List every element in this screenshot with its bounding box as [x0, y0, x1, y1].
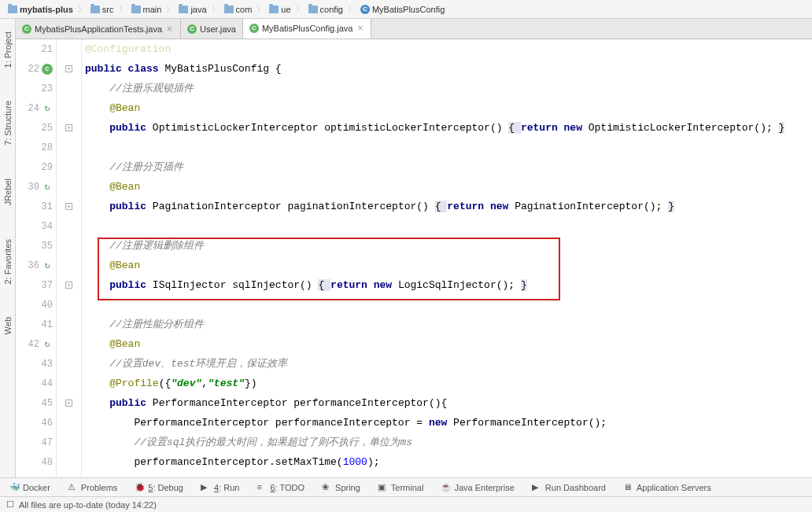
- comment: //注册性能分析组件: [85, 319, 204, 330]
- file-tab-config[interactable]: CMyBatisPlusConfig.java×: [243, 19, 372, 39]
- bean-gutter-icon: ↻: [42, 103, 53, 114]
- brace: {: [318, 279, 330, 291]
- bottom-tab-spring[interactable]: ❀Spring: [319, 481, 364, 494]
- fold-cell: [57, 452, 81, 472]
- fold-marker[interactable]: +: [65, 124, 72, 131]
- line-number[interactable]: 30↻: [16, 177, 56, 197]
- folder-icon: [8, 6, 17, 13]
- breadcrumb-item-class[interactable]: CMyBatisPlusConfig: [357, 3, 448, 16]
- breadcrumb-root[interactable]: mybatis-plus: [5, 3, 76, 16]
- string: "dev": [171, 378, 201, 389]
- fold-cell: [57, 98, 81, 118]
- line-number[interactable]: 23: [16, 79, 56, 98]
- line-number[interactable]: 41: [16, 315, 56, 334]
- line-number[interactable]: 47: [16, 433, 56, 452]
- line-number[interactable]: 21: [16, 39, 56, 59]
- server-icon: 🖥: [623, 482, 633, 492]
- line-number[interactable]: 46: [16, 413, 56, 433]
- breadcrumb-item-main[interactable]: main: [128, 3, 165, 16]
- folder-icon: [131, 6, 141, 13]
- code-text: ({: [159, 378, 172, 389]
- bottom-tab-run[interactable]: ▶4: Run: [197, 481, 242, 494]
- brace: }: [668, 201, 674, 212]
- bottom-tab-terminal[interactable]: ▣Terminal: [375, 481, 427, 494]
- line-number[interactable]: 37: [16, 275, 56, 295]
- close-icon[interactable]: ×: [356, 23, 364, 34]
- breadcrumb-item-config[interactable]: config: [305, 3, 346, 16]
- class-icon: C: [360, 5, 370, 14]
- line-number[interactable]: 43: [16, 354, 56, 374]
- breadcrumb-item-com[interactable]: com: [221, 3, 256, 16]
- breadcrumb-item-src[interactable]: src: [87, 3, 117, 16]
- run-icon: ▶: [201, 482, 211, 492]
- line-number[interactable]: 24↻: [16, 98, 56, 118]
- comment: //注册分页插件: [85, 161, 183, 173]
- line-number[interactable]: 28: [16, 138, 56, 157]
- line-number[interactable]: 22C: [16, 59, 56, 79]
- line-number[interactable]: 45: [16, 393, 56, 413]
- bottom-tab-javaee[interactable]: ☕Java Enterprise: [437, 481, 517, 494]
- bean-gutter-icon: ↻: [42, 182, 53, 193]
- fold-cell: [57, 157, 81, 177]
- string: "test": [208, 378, 245, 389]
- annotation: @Bean: [85, 260, 140, 271]
- bottom-tab-todo[interactable]: ≡6: TODO: [253, 481, 308, 494]
- sidebar-tab-structure[interactable]: 7: Structure: [2, 96, 14, 150]
- line-number[interactable]: 48: [16, 452, 56, 472]
- bean-gutter-icon: ↻: [42, 260, 53, 271]
- bottom-tab-appservers[interactable]: 🖥Application Servers: [620, 481, 714, 494]
- class-icon: C: [187, 24, 197, 34]
- line-number[interactable]: 25: [16, 118, 56, 138]
- breadcrumb-item-ue[interactable]: ue: [266, 3, 293, 16]
- file-tab-tests[interactable]: CMybatisPlusApplicationTests.java×: [16, 19, 181, 39]
- close-icon[interactable]: ×: [165, 24, 174, 35]
- fold-cell: [57, 374, 81, 393]
- bottom-tab-debug[interactable]: 🐞5: Debug: [131, 481, 186, 494]
- code-text: performanceInterceptor.setMaxTime(: [85, 456, 343, 468]
- class-icon: C: [249, 24, 259, 33]
- sidebar-tab-project[interactable]: 1: Project: [2, 27, 14, 72]
- fold-cell: [57, 315, 81, 334]
- line-number[interactable]: 36↻: [16, 256, 56, 275]
- line-number[interactable]: 34: [16, 216, 56, 236]
- chevron-right-icon: 〉: [348, 4, 356, 15]
- bottom-tab-docker[interactable]: 🐳Docker: [6, 481, 54, 494]
- fold-cell: [57, 295, 81, 315]
- sidebar-tab-jrebel[interactable]: JRebel: [2, 174, 14, 210]
- code-text: ,: [201, 378, 208, 389]
- line-number-gutter: 2122C2324↻25282930↻31343536↻37404142↻434…: [16, 39, 57, 477]
- sidebar-tab-web[interactable]: Web: [2, 312, 14, 339]
- bottom-tab-problems[interactable]: ⚠Problems: [65, 481, 120, 494]
- line-number[interactable]: 31: [16, 197, 56, 216]
- line-number[interactable]: 40: [16, 295, 56, 315]
- line-number[interactable]: 44: [16, 374, 56, 393]
- line-number[interactable]: 29: [16, 157, 56, 177]
- code-area[interactable]: @Configuration public class MyBatisPlusC…: [82, 39, 812, 477]
- fold-cell: [57, 433, 81, 452]
- folder-icon: [269, 6, 279, 13]
- line-number[interactable]: 35: [16, 236, 56, 256]
- fold-cell: +: [57, 393, 81, 413]
- spring-icon: ❀: [322, 482, 332, 492]
- chevron-right-icon: 〉: [166, 4, 174, 15]
- keyword: return new: [330, 279, 392, 291]
- line-number[interactable]: 42↻: [16, 334, 56, 354]
- fold-marker[interactable]: +: [65, 400, 72, 407]
- code-text: MyBatisPlusConfig {: [159, 63, 282, 75]
- sidebar-tab-favorites[interactable]: 2: Favorites: [2, 234, 14, 289]
- brace: {: [508, 122, 521, 134]
- editor: 2122C2324↻25282930↻31343536↻37404142↻434…: [16, 39, 812, 477]
- fold-marker[interactable]: +: [65, 282, 72, 289]
- breadcrumb-item-java[interactable]: java: [175, 3, 209, 16]
- comment: //注册逻辑删除组件: [85, 240, 204, 252]
- bean-gutter-icon: ↻: [42, 339, 53, 350]
- file-tab-user[interactable]: CUser.java: [181, 19, 243, 39]
- left-tool-sidebar: 1: Project 7: Structure JRebel 2: Favori…: [0, 19, 16, 477]
- breadcrumb: mybatis-plus 〉 src 〉 main 〉 java 〉 com 〉…: [0, 0, 812, 19]
- comment: //注册乐观锁插件: [85, 83, 194, 94]
- annotation: @Configuration: [85, 43, 171, 55]
- chevron-right-icon: 〉: [78, 4, 86, 15]
- bottom-tab-rundash[interactable]: ▶Run Dashboard: [529, 481, 609, 494]
- fold-marker[interactable]: +: [65, 203, 72, 210]
- fold-marker[interactable]: +: [65, 65, 72, 72]
